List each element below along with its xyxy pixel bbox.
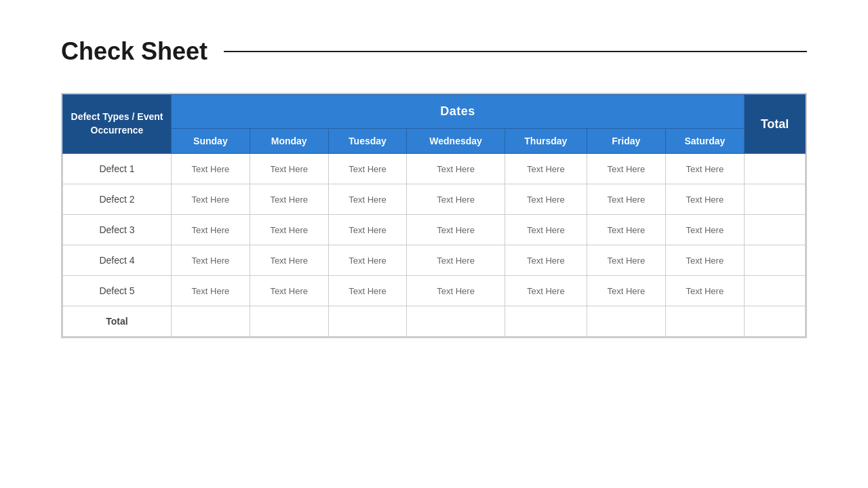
cell-4-0[interactable]: Text Here — [172, 276, 250, 306]
footer-total-label: Total — [63, 306, 172, 337]
cell-4-6[interactable]: Text Here — [665, 276, 744, 306]
cell-1-1[interactable]: Text Here — [250, 184, 328, 215]
cell-2-2[interactable]: Text Here — [328, 215, 407, 245]
cell-0-0[interactable]: Text Here — [172, 154, 250, 184]
cell-4-4[interactable]: Text Here — [505, 276, 587, 306]
cell-1-6[interactable]: Text Here — [665, 184, 744, 215]
cell-4-3[interactable]: Text Here — [407, 276, 505, 306]
cell-1-3[interactable]: Text Here — [407, 184, 505, 215]
footer-cell-2[interactable] — [328, 306, 407, 337]
cell-4-1[interactable]: Text Here — [250, 276, 328, 306]
table-row: Defect 2Text HereText HereText HereText … — [63, 184, 806, 215]
defect-name-4: Defect 5 — [63, 276, 172, 306]
cell-0-3[interactable]: Text Here — [407, 154, 505, 184]
footer-cell-4[interactable] — [505, 306, 587, 337]
cell-1-2[interactable]: Text Here — [328, 184, 407, 215]
cell-2-5[interactable]: Text Here — [587, 215, 665, 245]
footer-total-value[interactable] — [745, 306, 806, 337]
cell-0-6[interactable]: Text Here — [665, 154, 744, 184]
header-monday: Monday — [250, 129, 328, 154]
page-title: Check Sheet — [61, 37, 208, 66]
footer-row: Total — [63, 306, 806, 337]
defect-name-2: Defect 3 — [63, 215, 172, 245]
cell-3-1[interactable]: Text Here — [250, 245, 328, 276]
defect-name-3: Defect 4 — [63, 245, 172, 276]
title-row: Check Sheet — [61, 37, 807, 66]
table-body: Defect 1Text HereText HereText HereText … — [63, 154, 806, 337]
cell-2-6[interactable]: Text Here — [665, 215, 744, 245]
cell-2-0[interactable]: Text Here — [172, 215, 250, 245]
dates-header: Dates — [172, 95, 745, 129]
defect-types-header: Defect Types / Event Occurrence — [63, 95, 172, 154]
total-0[interactable] — [745, 154, 806, 184]
total-3[interactable] — [745, 245, 806, 276]
table-row: Defect 4Text HereText HereText HereText … — [63, 245, 806, 276]
cell-3-5[interactable]: Text Here — [587, 245, 665, 276]
cell-4-2[interactable]: Text Here — [328, 276, 407, 306]
total-1[interactable] — [745, 184, 806, 215]
cell-2-1[interactable]: Text Here — [250, 215, 328, 245]
cell-3-0[interactable]: Text Here — [172, 245, 250, 276]
title-divider — [224, 51, 807, 52]
footer-cell-6[interactable] — [665, 306, 744, 337]
header-row-days: Sunday Monday Tuesday Wednesday Thursday… — [63, 129, 806, 154]
check-sheet-table-wrapper: Defect Types / Event Occurrence Dates To… — [61, 93, 807, 338]
cell-3-4[interactable]: Text Here — [505, 245, 587, 276]
cell-1-0[interactable]: Text Here — [172, 184, 250, 215]
total-2[interactable] — [745, 215, 806, 245]
header-tuesday: Tuesday — [328, 129, 407, 154]
header-row-1: Defect Types / Event Occurrence Dates To… — [63, 95, 806, 129]
defect-name-1: Defect 2 — [63, 184, 172, 215]
cell-1-4[interactable]: Text Here — [505, 184, 587, 215]
table-row: Defect 1Text HereText HereText HereText … — [63, 154, 806, 184]
header-thursday: Thursday — [505, 129, 587, 154]
footer-cell-1[interactable] — [250, 306, 328, 337]
header-wednesday: Wednesday — [407, 129, 505, 154]
footer-cell-5[interactable] — [587, 306, 665, 337]
total-header: Total — [745, 95, 806, 154]
header-saturday: Saturday — [665, 129, 744, 154]
cell-3-6[interactable]: Text Here — [665, 245, 744, 276]
header-sunday: Sunday — [172, 129, 250, 154]
cell-0-5[interactable]: Text Here — [587, 154, 665, 184]
cell-0-4[interactable]: Text Here — [505, 154, 587, 184]
table-row: Defect 3Text HereText HereText HereText … — [63, 215, 806, 245]
cell-3-3[interactable]: Text Here — [407, 245, 505, 276]
cell-4-5[interactable]: Text Here — [587, 276, 665, 306]
footer-cell-3[interactable] — [407, 306, 505, 337]
defect-name-0: Defect 1 — [63, 154, 172, 184]
footer-cell-0[interactable] — [172, 306, 250, 337]
check-sheet-table: Defect Types / Event Occurrence Dates To… — [62, 94, 806, 337]
cell-0-1[interactable]: Text Here — [250, 154, 328, 184]
cell-2-4[interactable]: Text Here — [505, 215, 587, 245]
total-4[interactable] — [745, 276, 806, 306]
table-row: Defect 5Text HereText HereText HereText … — [63, 276, 806, 306]
page-container: Check Sheet Defect Types / Event Occurre… — [0, 0, 868, 365]
cell-0-2[interactable]: Text Here — [328, 154, 407, 184]
cell-3-2[interactable]: Text Here — [328, 245, 407, 276]
header-friday: Friday — [587, 129, 665, 154]
cell-1-5[interactable]: Text Here — [587, 184, 665, 215]
cell-2-3[interactable]: Text Here — [407, 215, 505, 245]
